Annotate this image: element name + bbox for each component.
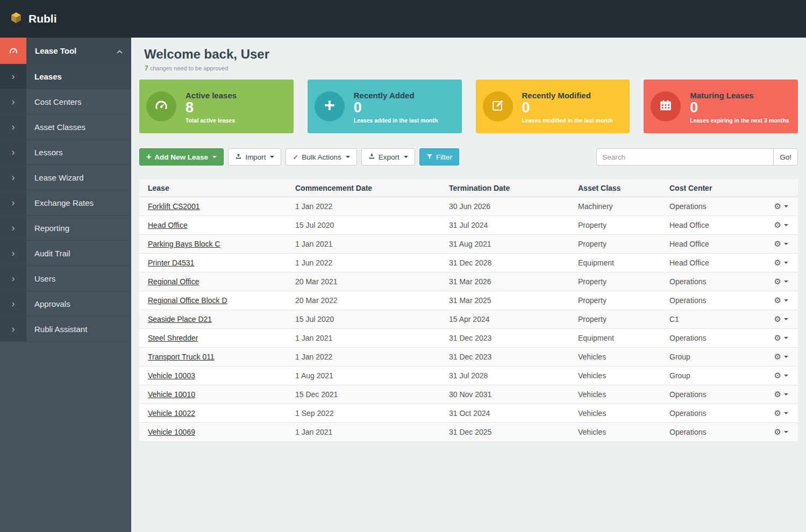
lease-link[interactable]: Regional Office Block D: [148, 296, 227, 305]
add-new-lease-button[interactable]: + Add New Lease: [139, 148, 224, 166]
toolbar: + Add New Lease Import ✓ Bulk Actions Ex…: [139, 148, 798, 166]
lease-table-body: Forklift CS2001 1 Jan 2022 30 Jun 2026 M…: [139, 197, 798, 442]
sidebar-item-label: Approvals: [26, 291, 131, 316]
lease-link[interactable]: Forklift CS2001: [148, 202, 199, 211]
stat-card-caption: Leases expiring in the next 3 months: [690, 117, 793, 124]
lease-link[interactable]: Vehicle 10003: [148, 371, 195, 380]
table-row: Vehicle 10010 15 Dec 2021 30 Nov 2031 Ve…: [139, 385, 798, 404]
lease-link[interactable]: Parking Bays Block C: [148, 240, 220, 248]
row-actions-dropdown[interactable]: ⚙: [774, 353, 788, 361]
asset-class-cell: Machinery: [574, 197, 665, 216]
caret-down-icon: [784, 393, 788, 396]
chevron-right-icon: ›: [0, 241, 26, 265]
sidebar-item-approvals[interactable]: › Approvals: [0, 291, 131, 317]
row-actions-dropdown[interactable]: ⚙: [774, 315, 788, 323]
changes-count: 7: [145, 64, 148, 72]
stat-cards-row: Active leases 8 Total active leases Rece…: [139, 80, 798, 133]
lease-link[interactable]: Vehicle 10010: [148, 390, 195, 399]
gear-icon: ⚙: [774, 390, 781, 398]
row-actions-dropdown[interactable]: ⚙: [774, 202, 788, 210]
chevron-right-icon: ›: [0, 190, 26, 215]
table-row: Head Office 15 Jul 2020 31 Jul 2024 Prop…: [139, 216, 798, 235]
commencement-date-cell: 1 Jan 2021: [291, 329, 445, 348]
row-actions-dropdown[interactable]: ⚙: [774, 409, 788, 417]
asset-class-cell: Vehicles: [574, 348, 665, 366]
chevron-right-icon: ›: [0, 215, 26, 240]
caret-down-icon: [784, 243, 788, 245]
gear-icon: ⚙: [774, 315, 781, 323]
upload-icon: [235, 153, 242, 161]
download-icon: [368, 153, 375, 161]
row-actions-dropdown[interactable]: ⚙: [774, 258, 788, 267]
caret-down-icon: [784, 299, 788, 301]
chevron-right-icon: ›: [0, 165, 26, 190]
sidebar-item-reporting[interactable]: › Reporting: [0, 215, 131, 241]
row-actions-dropdown[interactable]: ⚙: [774, 390, 788, 398]
search-input[interactable]: [596, 148, 774, 166]
termination-date-cell: 31 Mar 2025: [445, 291, 574, 310]
table-row: Seaside Place D21 15 Jul 2020 15 Apr 202…: [139, 310, 798, 329]
chevron-right-icon: ›: [0, 291, 26, 316]
column-header-actions: [759, 179, 798, 197]
chevron-right-icon: ›: [0, 317, 26, 341]
sidebar-item-label: Lessors: [26, 140, 131, 164]
sidebar-item-cost-centers[interactable]: › Cost Centers: [0, 89, 131, 114]
termination-date-cell: 31 Dec 2028: [445, 254, 574, 272]
brand-name: Rubli: [28, 12, 57, 25]
lease-link[interactable]: Regional Office: [148, 277, 199, 286]
row-actions-dropdown[interactable]: ⚙: [774, 371, 788, 379]
lease-table: Lease Commencement Date Termination Date…: [139, 179, 798, 442]
commencement-date-cell: 20 Mar 2021: [291, 272, 445, 291]
lease-link[interactable]: Head Office: [148, 221, 188, 229]
lease-link[interactable]: Seaside Place D21: [148, 315, 212, 323]
gear-icon: ⚙: [774, 353, 781, 361]
sidebar: Lease Tool › Leases › Cost Centers › Ass…: [0, 38, 131, 532]
calendar-icon: [659, 98, 673, 114]
export-button[interactable]: Export: [361, 148, 415, 166]
column-header-cost-center: Cost Center: [665, 179, 759, 197]
chevron-right-icon: ›: [0, 89, 26, 114]
search-go-button[interactable]: Go!: [774, 148, 798, 166]
brand-link[interactable]: Rubli: [10, 11, 57, 27]
stat-card-title: Active leases: [186, 91, 288, 100]
sidebar-item-lessors[interactable]: › Lessors: [0, 140, 131, 165]
table-row: Regional Office Block D 20 Mar 2022 31 M…: [139, 291, 798, 310]
lease-link[interactable]: Steel Shredder: [148, 334, 198, 342]
stat-card: Recently Modified 0 Leases modified in t…: [476, 80, 630, 133]
sidebar-item-lease-wizard[interactable]: › Lease Wizard: [0, 165, 131, 190]
sidebar-item-asset-classes[interactable]: › Asset Classes: [0, 114, 131, 140]
table-row: Regional Office 20 Mar 2021 31 Mar 2026 …: [139, 272, 798, 291]
row-actions-dropdown[interactable]: ⚙: [774, 240, 788, 248]
sidebar-item-audit-trail[interactable]: › Audit Trail: [0, 241, 131, 266]
asset-class-cell: Equipment: [574, 254, 665, 272]
sidebar-item-rubli-assistant[interactable]: › Rubli Assistant: [0, 317, 131, 342]
sidebar-item-label: Users: [26, 266, 131, 291]
sidebar-header-lease-tool[interactable]: Lease Tool: [0, 38, 131, 64]
cost-center-cell: Operations: [665, 385, 759, 404]
filter-button[interactable]: Filter: [419, 148, 459, 166]
gear-icon: ⚙: [774, 371, 781, 379]
caret-down-icon: [784, 412, 788, 414]
lease-link[interactable]: Vehicle 10069: [148, 428, 195, 436]
row-actions-dropdown[interactable]: ⚙: [774, 428, 788, 436]
cost-center-cell: Operations: [665, 272, 759, 291]
row-actions-dropdown[interactable]: ⚙: [774, 277, 788, 285]
cost-center-cell: C1: [665, 310, 759, 329]
row-actions-dropdown[interactable]: ⚙: [774, 334, 788, 342]
lease-link[interactable]: Transport Truck 011: [148, 353, 215, 361]
sidebar-item-exchange-rates[interactable]: › Exchange Rates: [0, 190, 131, 215]
lease-link[interactable]: Printer D4531: [148, 258, 194, 267]
asset-class-cell: Property: [574, 272, 665, 291]
termination-date-cell: 31 Aug 2021: [445, 235, 574, 254]
sidebar-item-leases[interactable]: › Leases: [0, 64, 131, 89]
bulk-actions-button[interactable]: ✓ Bulk Actions: [286, 148, 356, 166]
lease-link[interactable]: Vehicle 10022: [148, 409, 195, 418]
import-button[interactable]: Import: [228, 148, 281, 166]
cost-center-cell: Operations: [665, 291, 759, 310]
sidebar-item-users[interactable]: › Users: [0, 266, 131, 291]
row-actions-dropdown[interactable]: ⚙: [774, 221, 788, 229]
row-actions-dropdown[interactable]: ⚙: [774, 296, 788, 304]
caret-down-icon: [212, 156, 217, 158]
sidebar-item-label: Audit Trail: [26, 241, 131, 265]
stat-card-value: 0: [522, 100, 625, 116]
